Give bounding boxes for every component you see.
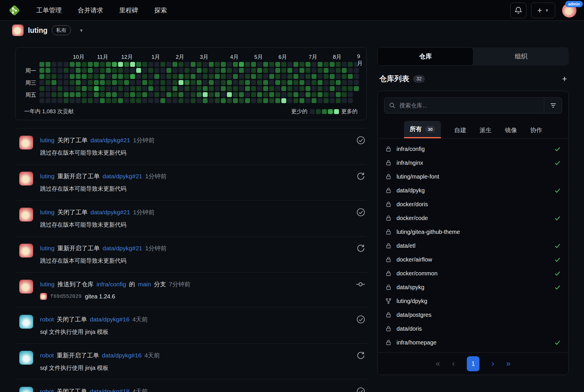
heatmap-cell[interactable] <box>154 80 159 85</box>
heatmap-cell[interactable] <box>312 68 316 73</box>
nav-item-pull-requests[interactable]: 合并请求 <box>78 6 103 15</box>
heatmap-cell[interactable] <box>239 74 244 79</box>
heatmap-cell[interactable] <box>136 62 141 67</box>
heatmap-cell[interactable] <box>257 86 262 91</box>
repo-link[interactable]: docker/code <box>397 215 428 221</box>
heatmap-cell[interactable] <box>275 74 280 79</box>
heatmap-cell[interactable] <box>148 74 153 79</box>
heatmap-cell[interactable] <box>70 86 75 91</box>
heatmap-cell[interactable] <box>269 86 274 91</box>
heatmap-cell[interactable] <box>112 62 117 67</box>
target-link[interactable]: data/dpykg#21 <box>90 137 130 144</box>
heatmap-cell[interactable] <box>336 86 341 91</box>
heatmap-cell[interactable] <box>118 68 123 73</box>
heatmap-cell[interactable] <box>64 80 69 85</box>
heatmap-cell[interactable] <box>112 68 117 73</box>
heatmap-cell[interactable] <box>136 74 141 79</box>
heatmap-cell[interactable] <box>154 98 159 103</box>
heatmap-cell[interactable] <box>251 86 256 91</box>
repo-row[interactable]: luting/maple-font <box>378 170 568 183</box>
feed-avatar[interactable] <box>19 136 33 149</box>
repo-row[interactable]: infra/nginx <box>378 156 568 170</box>
repo-link[interactable]: docker/common <box>397 270 437 277</box>
heatmap-cell[interactable] <box>179 80 183 85</box>
heatmap-cell[interactable] <box>342 80 347 85</box>
heatmap-cell[interactable] <box>203 98 208 103</box>
notifications-button[interactable] <box>510 3 526 18</box>
heatmap-cell[interactable] <box>263 98 268 103</box>
heatmap-cell[interactable] <box>124 92 129 97</box>
heatmap-cell[interactable] <box>287 68 292 73</box>
heatmap-cell[interactable] <box>166 98 171 103</box>
heatmap-cell[interactable] <box>263 68 268 73</box>
heatmap-cell[interactable] <box>299 86 304 91</box>
nav-item-issues[interactable]: 工单管理 <box>36 6 62 15</box>
heatmap-cell[interactable] <box>154 74 159 79</box>
heatmap-cell[interactable] <box>203 80 208 85</box>
actor-link[interactable]: robot <box>40 352 54 359</box>
repo-link[interactable]: data/postgres <box>397 312 431 318</box>
heatmap-cell[interactable] <box>154 86 159 91</box>
heatmap-cell[interactable] <box>269 80 274 85</box>
heatmap-cell[interactable] <box>287 74 292 79</box>
heatmap-cell[interactable] <box>318 68 323 73</box>
repo-row[interactable]: data/postgres <box>378 308 568 322</box>
heatmap-cell[interactable] <box>172 98 177 103</box>
heatmap-cell[interactable] <box>251 92 256 97</box>
heatmap-cell[interactable] <box>148 68 153 73</box>
heatmap-cell[interactable] <box>257 80 262 85</box>
heatmap-cell[interactable] <box>209 74 214 79</box>
heatmap-cell[interactable] <box>330 80 335 85</box>
target-link[interactable]: data/dpykg#16 <box>102 352 142 359</box>
heatmap-cell[interactable] <box>58 80 62 85</box>
repo-filter-own[interactable]: 自建 <box>454 122 466 138</box>
heatmap-cell[interactable] <box>94 80 99 85</box>
heatmap-cell[interactable] <box>39 80 44 85</box>
heatmap-cell[interactable] <box>330 98 335 103</box>
heatmap-cell[interactable] <box>221 62 226 67</box>
heatmap-cell[interactable] <box>118 92 123 97</box>
heatmap-cell[interactable] <box>88 86 93 91</box>
heatmap-cell[interactable] <box>354 86 359 91</box>
heatmap-cell[interactable] <box>354 80 359 85</box>
heatmap-cell[interactable] <box>197 92 202 97</box>
heatmap-cell[interactable] <box>106 74 111 79</box>
heatmap-cell[interactable] <box>318 74 323 79</box>
heatmap-cell[interactable] <box>58 86 62 91</box>
heatmap-cell[interactable] <box>130 68 135 73</box>
heatmap-cell[interactable] <box>233 62 238 67</box>
heatmap-cell[interactable] <box>245 74 250 79</box>
actor-link[interactable]: luting <box>40 245 54 252</box>
heatmap-cell[interactable] <box>215 80 220 85</box>
heatmap-cell[interactable] <box>191 92 196 97</box>
heatmap-cell[interactable] <box>299 62 304 67</box>
heatmap-cell[interactable] <box>82 86 87 91</box>
repo-row[interactable]: luting/gitea-github-theme <box>378 225 568 239</box>
create-new-button[interactable]: + ▼ <box>531 3 555 18</box>
heatmap-cell[interactable] <box>306 80 310 85</box>
heatmap-cell[interactable] <box>287 92 292 97</box>
heatmap-cell[interactable] <box>245 80 250 85</box>
heatmap-cell[interactable] <box>324 92 329 97</box>
repo-link[interactable]: data/spykg <box>397 284 424 291</box>
heatmap-cell[interactable] <box>45 68 50 73</box>
heatmap-cell[interactable] <box>306 92 310 97</box>
heatmap-cell[interactable] <box>64 68 69 73</box>
heatmap-cell[interactable] <box>64 98 69 103</box>
heatmap-cell[interactable] <box>209 98 214 103</box>
heatmap-cell[interactable] <box>118 98 123 103</box>
heatmap-cell[interactable] <box>39 92 44 97</box>
heatmap-cell[interactable] <box>154 62 159 67</box>
heatmap-cell[interactable] <box>112 92 117 97</box>
heatmap-cell[interactable] <box>330 74 335 79</box>
heatmap-cell[interactable] <box>148 92 153 97</box>
repo-link[interactable]: luting/dpykg <box>397 298 427 304</box>
heatmap-cell[interactable] <box>100 98 105 103</box>
heatmap-cell[interactable] <box>136 92 141 97</box>
repo-link[interactable]: data/etl <box>397 243 416 249</box>
heatmap-cell[interactable] <box>318 92 323 97</box>
heatmap-cell[interactable] <box>209 68 214 73</box>
heatmap-cell[interactable] <box>166 92 171 97</box>
heatmap-cell[interactable] <box>312 62 316 67</box>
heatmap-cell[interactable] <box>88 98 93 103</box>
